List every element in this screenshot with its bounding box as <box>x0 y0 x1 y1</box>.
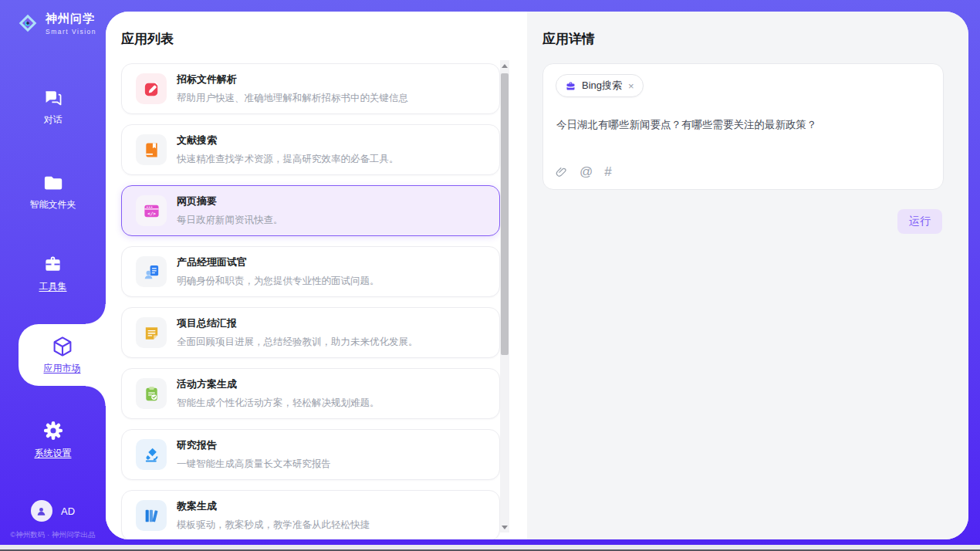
interviewer-icon <box>143 263 161 281</box>
sidebar-item-label: 工具集 <box>39 280 67 293</box>
app-card-desc: 全面回顾项目进展，总结经验教训，助力未来优化发展。 <box>177 336 418 349</box>
sidebar-item-label: 应用市场 <box>44 362 81 375</box>
app-card-title: 活动方案生成 <box>177 377 380 391</box>
run-button[interactable]: 运行 <box>897 209 942 234</box>
app-list-scrollbar[interactable] <box>500 60 509 532</box>
tool-chip-label: Bing搜索 <box>582 79 622 93</box>
composer-card[interactable]: Bing搜索 × 今日湖北有哪些新闻要点？有哪些需要关注的最新政策？ @ # <box>542 63 944 190</box>
clipboard-check-icon <box>143 385 161 403</box>
book-icon <box>143 141 161 159</box>
app-icon-tile: </> <box>136 195 167 226</box>
cube-icon <box>51 335 74 358</box>
composer-toolbar: @ # <box>555 164 612 180</box>
app-card-literature-search[interactable]: 文献搜索 快速精准查找学术资源，提高研究效率的必备工具。 <box>121 124 500 175</box>
app-icon-tile <box>136 317 167 348</box>
scrollbar-thumb[interactable] <box>501 73 509 355</box>
app-card-title: 招标文件解析 <box>177 73 408 86</box>
app-card-desc: 智能生成个性化活动方案，轻松解决规划难题。 <box>177 397 380 410</box>
app-card-research-report[interactable]: 研究报告 一键智能生成高质量长文本研究报告 <box>121 429 500 480</box>
app-icon-tile <box>136 500 167 531</box>
scroll-up-arrow[interactable] <box>500 60 509 71</box>
sidebar-item-toolset[interactable]: 工具集 <box>0 253 106 293</box>
app-card-title: 项目总结汇报 <box>177 316 418 330</box>
app-card-title: 产品经理面试官 <box>177 255 380 269</box>
toolbox-icon <box>42 253 64 276</box>
person-icon <box>35 505 48 518</box>
brand-subtitle: Smart Vision <box>46 28 96 35</box>
note-icon <box>143 324 161 342</box>
app-icon-tile <box>136 256 167 287</box>
app-card-title: 网页摘要 <box>177 194 283 208</box>
brand-name: 神州问学 <box>46 12 96 26</box>
app-card-event-plan[interactable]: 活动方案生成 智能生成个性化活动方案，轻松解决规划难题。 <box>121 368 500 419</box>
sidebar-item-label: 智能文件夹 <box>30 198 76 211</box>
app-card-title: 文献搜索 <box>177 134 399 147</box>
microscope-icon <box>143 446 161 464</box>
app-card-desc: 帮助用户快速、准确地理解和解析招标书中的关键信息 <box>177 92 408 105</box>
app-card-desc: 每日政府新闻资讯快查。 <box>177 214 283 227</box>
app-icon-tile <box>136 73 167 104</box>
user-initials: AD <box>61 505 75 517</box>
app-card-lesson-plan[interactable]: 教案生成 模板驱动，教案秒成，教学准备从此轻松快捷 <box>121 490 500 539</box>
app-card-title: 研究报告 <box>177 438 331 452</box>
tool-chip-bing-search[interactable]: Bing搜索 × <box>556 74 644 97</box>
app-card-tender-analysis[interactable]: 招标文件解析 帮助用户快速、准确地理解和解析招标书中的关键信息 <box>121 63 500 114</box>
bubble-notch-top <box>86 304 106 324</box>
gear-icon <box>42 419 65 442</box>
app-card-project-summary[interactable]: 项目总结汇报 全面回顾项目进展，总结经验教训，助力未来优化发展。 <box>121 307 500 358</box>
folder-icon <box>42 171 64 194</box>
app-detail-title: 应用详情 <box>542 30 595 48</box>
sidebar-item-app-market[interactable]: 应用市场 <box>19 324 106 386</box>
app-card-list: 招标文件解析 帮助用户快速、准确地理解和解析招标书中的关键信息 文献搜索 <box>121 63 500 539</box>
edit-document-icon <box>143 80 161 98</box>
app-window: 神州问学 Smart Vision 对话 智能文件夹 工具集 <box>0 0 980 551</box>
app-icon-tile <box>136 378 167 409</box>
briefcase-icon <box>565 80 576 92</box>
sidebar-item-label: 对话 <box>44 113 63 127</box>
app-card-title: 教案生成 <box>177 499 370 513</box>
sidebar: 神州问学 Smart Vision 对话 智能文件夹 工具集 <box>0 0 106 551</box>
chat-icon <box>42 86 64 109</box>
app-detail-panel: 应用详情 Bing搜索 × 今日湖北有哪些新闻要点？有哪些需要关注的最新政策？ <box>527 12 968 539</box>
svg-text:</>: </> <box>147 210 156 215</box>
app-card-desc: 模板驱动，教案秒成，教学准备从此轻松快捷 <box>177 519 370 532</box>
app-icon-tile <box>136 439 167 470</box>
avatar <box>31 500 52 522</box>
bubble-notch-bottom <box>86 386 106 406</box>
brand-logo: 神州问学 Smart Vision <box>15 11 96 35</box>
query-text[interactable]: 今日湖北有哪些新闻要点？有哪些需要关注的最新政策？ <box>556 117 930 133</box>
hash-icon[interactable]: # <box>604 164 611 180</box>
sidebar-item-label: 系统设置 <box>35 447 72 460</box>
app-card-pm-interviewer[interactable]: 产品经理面试官 明确身份和职责，为您提供专业性的面试问题。 <box>121 246 500 297</box>
app-card-desc: 一键智能生成高质量长文本研究报告 <box>177 458 331 471</box>
browser-code-icon: </> <box>143 202 161 220</box>
copyright-footer: ©神州数码 · 神州问学出品 <box>0 530 106 540</box>
app-card-desc: 快速精准查找学术资源，提高研究效率的必备工具。 <box>177 153 399 166</box>
sidebar-item-smart-folder[interactable]: 智能文件夹 <box>0 171 106 211</box>
scroll-down-arrow[interactable] <box>500 522 509 532</box>
books-icon <box>143 507 161 525</box>
app-icon-tile <box>136 134 167 165</box>
user-account[interactable]: AD <box>0 500 106 522</box>
app-list-panel: 应用列表 招标文件解析 帮助用户快速、准确地理解和解析招标书中的关键信息 <box>106 12 527 539</box>
sidebar-item-chat[interactable]: 对话 <box>0 86 106 127</box>
chip-close-icon[interactable]: × <box>628 80 634 92</box>
diamond-logo-icon <box>15 11 40 35</box>
main-content: 应用列表 招标文件解析 帮助用户快速、准确地理解和解析招标书中的关键信息 <box>106 12 968 539</box>
app-card-web-summary[interactable]: </> 网页摘要 每日政府新闻资讯快查。 <box>121 185 500 236</box>
sidebar-item-settings[interactable]: 系统设置 <box>0 419 106 460</box>
app-card-desc: 明确身份和职责，为您提供专业性的面试问题。 <box>177 275 380 288</box>
app-list-title: 应用列表 <box>121 30 174 48</box>
at-icon[interactable]: @ <box>580 164 593 180</box>
paperclip-icon[interactable] <box>555 166 568 179</box>
